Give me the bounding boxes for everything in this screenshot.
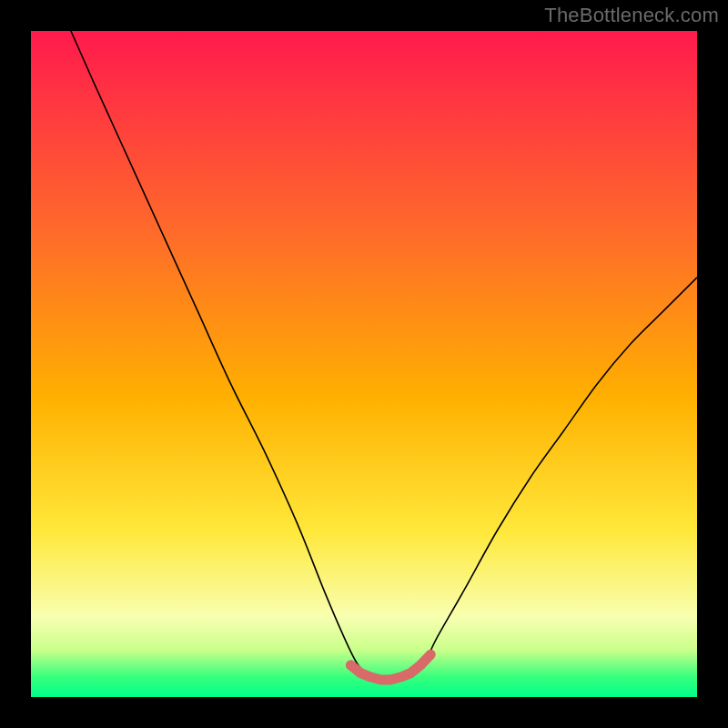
svg-point-9: [426, 650, 435, 659]
watermark-text: TheBottleneck.com: [544, 4, 719, 27]
valley-marker: [346, 650, 435, 684]
bottleneck-curve: [71, 31, 697, 681]
svg-point-8: [416, 661, 425, 670]
svg-point-5: [386, 675, 395, 684]
svg-point-3: [366, 672, 375, 682]
curve-layer: [31, 31, 697, 697]
plot-area: [31, 31, 697, 697]
svg-point-6: [396, 672, 405, 682]
chart-frame: TheBottleneck.com: [0, 0, 728, 728]
svg-point-4: [376, 675, 385, 684]
svg-point-7: [406, 669, 415, 678]
svg-point-1: [346, 661, 355, 670]
svg-point-2: [356, 669, 365, 678]
